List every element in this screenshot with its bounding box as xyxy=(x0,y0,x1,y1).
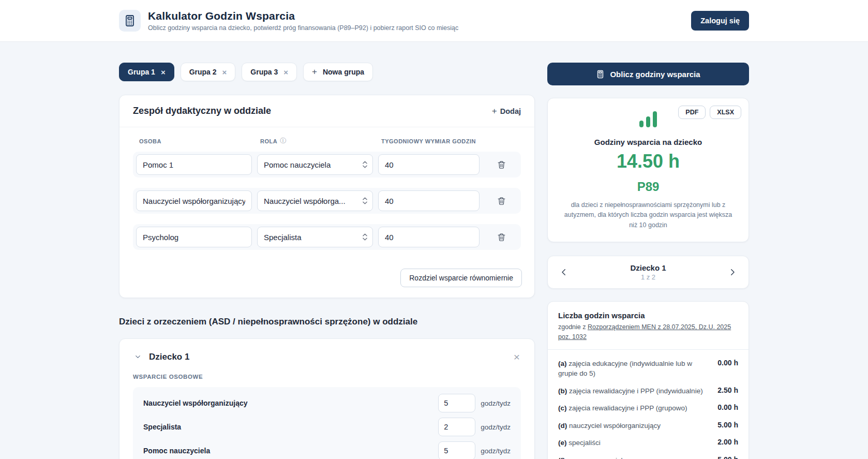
chevron-right-icon xyxy=(728,268,737,277)
left-column: Grupa 1 × Grupa 2 × Grupa 3 × + Nowa gru… xyxy=(119,63,535,459)
role-select[interactable]: Specjalista xyxy=(257,227,373,247)
child-card: Dziecko 1 × Wsparcie osobowe Nauczyciel … xyxy=(119,338,535,459)
role-select[interactable]: Pomoc nauczyciela xyxy=(257,154,373,175)
person-name-input[interactable] xyxy=(136,227,252,247)
chevron-up-down-icon xyxy=(362,160,368,169)
prev-child-button[interactable] xyxy=(557,265,571,279)
hours-item: (a) zajęcia edukacyjne (indywidualnie lu… xyxy=(558,355,738,382)
login-button[interactable]: Zaloguj się xyxy=(691,11,749,31)
carousel-position: 1 z 2 xyxy=(630,273,666,281)
support-row: Specjalista godz/tydz xyxy=(143,415,511,439)
add-person-button[interactable]: + Dodaj xyxy=(492,106,521,116)
item-key: (a) xyxy=(558,360,567,367)
hours-item: (f) pomoc nauczyciela 5.00 h xyxy=(558,452,738,459)
hours-breakdown-card: Liczba godzin wsparcia zgodnie z Rozporz… xyxy=(547,301,749,459)
item-value: 2.00 h xyxy=(717,438,738,446)
result-card: PDF XLSX Godziny wsparcia na dziecko 14.… xyxy=(547,98,749,242)
pdf-export-button[interactable]: PDF xyxy=(678,106,706,119)
tab-grupa-2[interactable]: Grupa 2 × xyxy=(181,63,236,81)
team-card: Zespół dydaktyczny w oddziale + Dodaj Os… xyxy=(119,95,535,298)
item-key: (d) xyxy=(558,422,567,430)
person-name-input[interactable] xyxy=(136,190,252,211)
page: Kalkulator Godzin Wsparcia Oblicz godzin… xyxy=(0,0,868,459)
new-group-button[interactable]: + Nowa grupa xyxy=(303,63,373,81)
role-select[interactable]: Nauczyciel współorga... xyxy=(257,190,373,211)
threshold-description: dla dzieci z niepełnosprawnościami sprzę… xyxy=(563,200,734,230)
tab-grupa-1[interactable]: Grupa 1 × xyxy=(119,63,174,81)
column-header-osoba: Osoba xyxy=(133,138,249,144)
close-icon[interactable]: × xyxy=(283,68,288,76)
support-hours-input[interactable] xyxy=(438,418,475,436)
delete-row-button[interactable] xyxy=(495,194,508,208)
group-tabs: Grupa 1 × Grupa 2 × Grupa 3 × + Nowa gru… xyxy=(119,63,535,81)
delete-row-button[interactable] xyxy=(495,230,508,244)
tab-label: Grupa 2 xyxy=(189,68,217,76)
new-group-label: Nowa grupa xyxy=(323,68,364,76)
weekly-hours-input[interactable] xyxy=(378,190,480,211)
app-header: Kalkulator Godzin Wsparcia Oblicz godzin… xyxy=(0,0,868,42)
support-row: Pomoc nauczyciela godz/tydz xyxy=(143,439,511,459)
tab-grupa-3[interactable]: Grupa 3 × xyxy=(242,63,297,81)
support-row-label: Specjalista xyxy=(143,423,181,431)
item-value: 0.00 h xyxy=(717,403,738,411)
brand-text: Kalkulator Godzin Wsparcia Oblicz godzin… xyxy=(148,10,458,32)
item-value: 5.00 h xyxy=(717,455,738,459)
next-child-button[interactable] xyxy=(726,265,739,279)
info-icon[interactable]: ⓘ xyxy=(280,137,287,145)
plus-icon: + xyxy=(492,106,497,116)
support-hours-input[interactable] xyxy=(438,441,475,459)
support-row: Nauczyciel współorganizujący godz/tydz xyxy=(143,391,511,415)
tab-label: Grupa 1 xyxy=(128,68,155,76)
xlsx-export-button[interactable]: XLSX xyxy=(710,106,741,119)
item-key: (e) xyxy=(558,439,567,447)
close-icon[interactable]: × xyxy=(222,68,227,76)
calculate-button[interactable]: Oblicz godziny wsparcia xyxy=(547,63,749,85)
support-row-label: Nauczyciel współorganizujący xyxy=(143,399,248,407)
weekly-hours-input[interactable] xyxy=(378,227,480,247)
calculator-icon xyxy=(119,10,141,32)
item-key: (f) xyxy=(558,456,565,459)
trash-icon xyxy=(497,160,506,170)
team-row: Nauczyciel współorga... xyxy=(133,188,521,214)
trash-icon xyxy=(497,232,506,242)
role-select-value: Specjalista xyxy=(264,233,302,242)
right-column: Oblicz godziny wsparcia PDF XLSX Godziny… xyxy=(547,63,749,459)
chevron-up-down-icon xyxy=(362,196,368,205)
person-name-input[interactable] xyxy=(136,154,252,175)
item-label: pomoc nauczyciela xyxy=(565,456,627,459)
team-row: Specjalista xyxy=(133,224,521,250)
hours-item: (e) specjaliści 2.00 h xyxy=(558,434,738,452)
children-section-heading: Dzieci z orzeczeniem (ASD / niepełnospra… xyxy=(119,317,535,327)
item-label: specjaliści xyxy=(567,439,601,447)
collapse-button[interactable] xyxy=(133,352,143,362)
column-label: Rola xyxy=(260,138,277,144)
trash-icon xyxy=(497,196,506,206)
hours-card-title: Liczba godzin wsparcia xyxy=(558,311,738,320)
item-value: 2.50 h xyxy=(717,386,738,394)
unit-label: godz/tydz xyxy=(481,399,511,407)
child-carousel: Dziecko 1 1 z 2 xyxy=(547,256,749,289)
delete-row-button[interactable] xyxy=(495,158,508,172)
calculator-icon xyxy=(596,70,605,79)
distribute-evenly-button[interactable]: Rozdziel wsparcie równomiernie xyxy=(400,269,522,287)
threshold-badge: P89 xyxy=(560,180,736,194)
weekly-hours-input[interactable] xyxy=(378,154,480,175)
item-label: zajęcia edukacyjne (indywidualnie lub w … xyxy=(558,360,692,378)
team-row: Pomoc nauczyciela xyxy=(133,152,521,177)
carousel-child-title: Dziecko 1 xyxy=(630,263,666,272)
result-label: Godziny wsparcia na dziecko xyxy=(560,138,736,146)
unit-label: godz/tydz xyxy=(481,423,511,431)
item-value: 0.00 h xyxy=(717,359,738,367)
support-hours-input[interactable] xyxy=(438,394,475,412)
close-icon[interactable]: × xyxy=(161,68,166,76)
unit-label: godz/tydz xyxy=(481,447,511,455)
result-hours-value: 14.50 h xyxy=(560,151,736,172)
hours-item: (b) zajęcia rewalidacyjne i PPP (indywid… xyxy=(558,382,738,400)
item-key: (c) xyxy=(558,404,567,412)
calculate-label: Oblicz godziny wsparcia xyxy=(610,70,700,79)
item-label: zajęcia rewalidacyjne i PPP (grupowo) xyxy=(567,404,687,412)
close-icon[interactable]: × xyxy=(513,350,521,363)
chevron-left-icon xyxy=(559,268,568,277)
support-row-label: Pomoc nauczyciela xyxy=(143,447,210,455)
column-header-godziny: Tygodniowy wymiar godzin xyxy=(375,138,476,144)
